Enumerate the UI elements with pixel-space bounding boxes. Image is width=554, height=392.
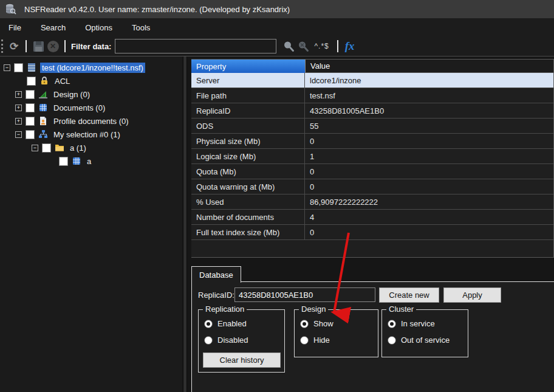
- panel-splitter[interactable]: [183, 57, 187, 392]
- radio-disabled[interactable]: Disabled: [204, 335, 248, 345]
- tree-row-my-selection[interactable]: − My selection #0 (1): [0, 128, 182, 141]
- table-row[interactable]: Quota (Mb) 0: [191, 164, 553, 179]
- tree-checkbox[interactable]: [26, 117, 35, 126]
- tree-row-test[interactable]: − test (ldcore1/inzone!!test.nsf): [0, 61, 182, 74]
- value-cell[interactable]: 0: [305, 164, 553, 179]
- property-cell[interactable]: ODS: [191, 119, 305, 133]
- property-cell[interactable]: ReplicaID: [191, 103, 305, 118]
- menu-search[interactable]: Search: [41, 21, 66, 35]
- value-column-header[interactable]: Value: [305, 60, 553, 73]
- tree-label[interactable]: test (ldcore1/inzone!!test.nsf): [40, 63, 145, 73]
- regex-hint[interactable]: ^.*$: [314, 42, 329, 50]
- table-row[interactable]: Number of documents 4: [191, 210, 553, 225]
- property-cell[interactable]: Number of documents: [191, 210, 305, 224]
- value-cell[interactable]: ldcore1/inzone: [305, 73, 553, 88]
- table-row[interactable]: Physical size (Mb) 0: [191, 134, 553, 149]
- tree-row-a-leaf[interactable]: a: [0, 154, 182, 168]
- radio-button[interactable]: [204, 336, 213, 345]
- clear-history-button[interactable]: Clear history: [203, 352, 281, 368]
- property-cell[interactable]: % Used: [191, 194, 305, 209]
- property-cell[interactable]: Physical size (Mb): [191, 134, 305, 148]
- radio-enabled[interactable]: Enabled: [204, 319, 247, 328]
- radio-label: Disabled: [217, 335, 248, 345]
- expand-icon[interactable]: +: [15, 118, 22, 125]
- tree-checkbox[interactable]: [26, 90, 35, 99]
- tree-label[interactable]: a (1): [68, 143, 88, 153]
- collapse-icon[interactable]: −: [4, 64, 10, 71]
- tree-row-documents[interactable]: + Documents (0): [0, 101, 182, 114]
- tree-row-design[interactable]: + Design (0): [0, 88, 182, 101]
- table-row[interactable]: Full text index size (Mb) 0: [191, 225, 553, 240]
- value-cell[interactable]: 0: [305, 134, 553, 148]
- value-cell[interactable]: 43258D81005AE1B0: [305, 103, 553, 118]
- property-cell[interactable]: Server: [191, 73, 305, 88]
- collapse-icon[interactable]: −: [15, 131, 22, 138]
- menu-options[interactable]: Options: [85, 21, 112, 35]
- property-cell[interactable]: Logical size (Mb): [191, 149, 305, 163]
- radio-show[interactable]: Show: [300, 319, 333, 328]
- menu-file[interactable]: File: [9, 21, 21, 35]
- tree-checkbox[interactable]: [59, 157, 68, 166]
- acl-lock-icon: [39, 76, 49, 86]
- tree-checkbox[interactable]: [14, 63, 23, 72]
- tree-label[interactable]: ACL: [53, 76, 72, 86]
- property-cell[interactable]: Full text index size (Mb): [191, 225, 305, 239]
- table-row[interactable]: File path test.nsf: [191, 88, 553, 103]
- tree-label[interactable]: Profile documents (0): [52, 116, 131, 126]
- value-cell[interactable]: 0: [305, 179, 553, 194]
- tree-row-acl[interactable]: ACL: [0, 74, 182, 88]
- refresh-icon[interactable]: ⟳: [7, 39, 21, 53]
- tree-label[interactable]: Documents (0): [52, 103, 107, 113]
- table-row[interactable]: % Used 86,9097222222222: [191, 194, 553, 210]
- design-group: Design Show Hide: [294, 309, 378, 357]
- search-icon[interactable]: [281, 39, 296, 53]
- radio-button[interactable]: [204, 320, 213, 328]
- toolbar-grip[interactable]: [1, 40, 4, 53]
- table-row[interactable]: ReplicaID 43258D81005AE1B0: [191, 103, 553, 119]
- function-icon[interactable]: fx: [345, 40, 355, 53]
- expand-icon[interactable]: +: [15, 91, 22, 98]
- radio-hide[interactable]: Hide: [300, 335, 330, 345]
- value-cell[interactable]: 55: [305, 119, 553, 133]
- property-column-header[interactable]: Property: [191, 60, 305, 73]
- create-new-button[interactable]: Create new: [379, 287, 439, 303]
- table-row[interactable]: Quota warning at (Mb) 0: [191, 179, 553, 194]
- tab-database[interactable]: Database: [191, 266, 241, 283]
- tree-checkbox[interactable]: [42, 143, 51, 153]
- tree-checkbox[interactable]: [26, 103, 35, 112]
- tree-label[interactable]: Design (0): [52, 89, 92, 100]
- property-cell[interactable]: Quota warning at (Mb): [191, 179, 305, 194]
- value-cell[interactable]: 1: [305, 149, 553, 163]
- radio-out-of-service[interactable]: Out of service: [388, 335, 450, 345]
- replication-group-title: Replication: [203, 304, 247, 314]
- stop-icon[interactable]: ✕: [46, 39, 60, 53]
- clear-search-icon[interactable]: [296, 39, 310, 53]
- table-row[interactable]: Logical size (Mb) 1: [191, 149, 553, 164]
- tree-label[interactable]: My selection #0 (1): [52, 129, 122, 140]
- tree-label[interactable]: a: [85, 156, 93, 167]
- filter-input[interactable]: [115, 39, 276, 53]
- tree-checkbox[interactable]: [26, 130, 35, 139]
- value-cell[interactable]: 0: [305, 225, 553, 239]
- save-icon[interactable]: [31, 39, 46, 53]
- apply-button[interactable]: Apply: [443, 287, 501, 303]
- collapse-icon[interactable]: −: [32, 145, 38, 151]
- tree-row-profile-documents[interactable]: + Profile documents (0): [0, 114, 182, 128]
- table-row[interactable]: ODS 55: [191, 119, 553, 134]
- table-row[interactable]: Server ldcore1/inzone: [191, 73, 553, 88]
- value-cell[interactable]: 86,9097222222222: [305, 194, 553, 209]
- radio-button[interactable]: [300, 320, 309, 328]
- radio-button[interactable]: [300, 336, 309, 345]
- radio-button[interactable]: [388, 336, 396, 345]
- replica-id-input[interactable]: [234, 287, 375, 302]
- property-cell[interactable]: File path: [191, 88, 305, 103]
- expand-icon[interactable]: +: [15, 105, 22, 111]
- property-cell[interactable]: Quota (Mb): [191, 164, 305, 179]
- tree-checkbox[interactable]: [27, 77, 36, 86]
- tree-row-a-folder[interactable]: − a (1): [0, 141, 182, 154]
- value-cell[interactable]: 4: [305, 210, 553, 224]
- radio-in-service[interactable]: In service: [388, 319, 435, 328]
- radio-button[interactable]: [388, 320, 396, 328]
- menu-tools[interactable]: Tools: [132, 21, 150, 35]
- value-cell[interactable]: test.nsf: [305, 88, 553, 103]
